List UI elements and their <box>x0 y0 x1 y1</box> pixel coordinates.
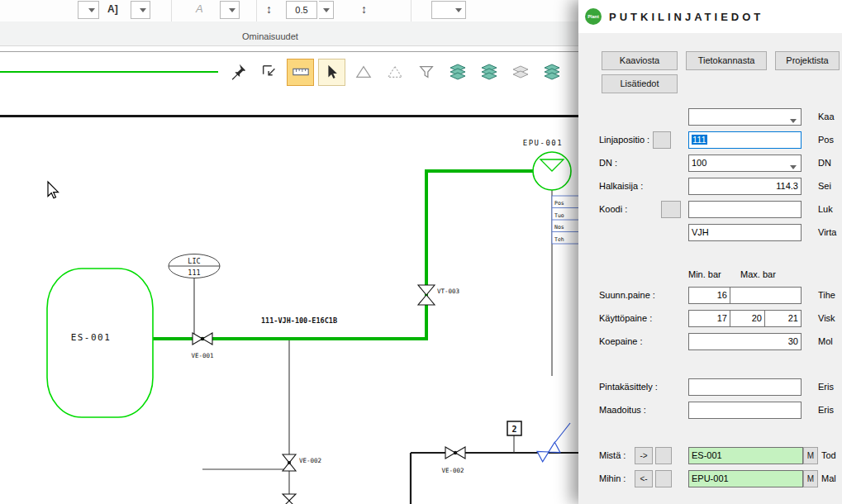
halkaisija-label: Halkaisija : <box>599 178 643 195</box>
right-label-mal: Mal <box>821 470 836 487</box>
right-label-eris2: Eris <box>818 402 834 419</box>
font-dropdown[interactable] <box>220 1 240 19</box>
valve-ve001-label: VE-001 <box>191 352 213 359</box>
pipe-main-green[interactable] <box>153 171 533 339</box>
pintakasittely-field[interactable] <box>688 378 802 396</box>
chevron-down-icon <box>790 165 797 173</box>
pump-info-row: Nos <box>554 224 564 231</box>
ribbon-separator <box>411 0 411 21</box>
mihin-picker-button[interactable] <box>655 470 672 487</box>
chevron-down-icon <box>229 8 235 16</box>
pipe-label: 111-VJH-100-E16C1B <box>261 316 337 325</box>
mihin-field[interactable]: EPU-001 <box>688 470 803 487</box>
dn-dropdown[interactable]: 100 <box>688 155 802 172</box>
spacing-dropdown[interactable] <box>319 1 334 19</box>
valve-bottom-partial[interactable] <box>283 494 296 504</box>
valve-ve002-left-label: VE-002 <box>299 457 321 464</box>
mouse-cursor <box>48 182 59 198</box>
linjatyyppi-dropdown[interactable] <box>688 108 802 126</box>
mista-model-button[interactable]: M <box>803 447 818 464</box>
vertical-spacing-icon[interactable]: ↕ <box>266 2 272 16</box>
offset-arrow-icon[interactable] <box>255 59 283 86</box>
instrument-tag: LIC <box>188 257 200 265</box>
valve-ve002-mid-label: VE-002 <box>441 467 464 474</box>
valve-vt003[interactable] <box>418 285 435 305</box>
halkaisija-field[interactable]: 114.3 <box>688 178 802 195</box>
valve-ve001[interactable] <box>193 333 212 345</box>
mihin-assign-button[interactable]: <- <box>635 470 653 487</box>
valve-ve002-left[interactable] <box>283 454 296 471</box>
suunn-paine-label: Suunn.paine : <box>599 287 655 304</box>
right-label-luk: Luk <box>818 201 833 218</box>
maadoitus-label: Maadoitus : <box>599 402 646 419</box>
tietokannasta-button[interactable]: Tietokannasta <box>686 51 767 70</box>
kayttopaine-label: Käyttöpaine : <box>599 310 652 327</box>
ruler-icon[interactable] <box>287 59 314 86</box>
right-label-virta: Virta <box>818 224 836 241</box>
mista-field[interactable]: ES-001 <box>688 447 803 464</box>
max-bar-header: Max. bar <box>740 269 776 279</box>
tunnus-field[interactable]: VJH <box>688 224 802 241</box>
valve-ve002-mid[interactable] <box>445 447 465 459</box>
linjapositio-picker-button[interactable] <box>653 131 671 149</box>
mista-picker-button[interactable] <box>655 447 672 464</box>
pin-icon[interactable] <box>224 59 251 86</box>
maadoitus-field[interactable] <box>688 402 802 419</box>
kayttopaine-field-3[interactable]: 21 <box>764 310 802 327</box>
chevron-down-icon <box>790 119 797 126</box>
kayttopaine-field-1[interactable]: 17 <box>688 310 730 327</box>
right-label-mol: Mol <box>818 333 833 350</box>
koodi-picker-button[interactable] <box>661 201 681 218</box>
linjapositio-field[interactable]: 111 <box>688 131 802 149</box>
pintakasittely-label: Pintakäsittely : <box>599 378 658 396</box>
mihin-label: Mihin : <box>599 470 626 487</box>
valve-blue-stem <box>555 423 570 442</box>
right-label-kaa: Kaa <box>818 108 835 126</box>
valve-blue[interactable] <box>537 442 560 462</box>
instrument-number: 111 <box>188 269 200 277</box>
koepaine-field[interactable]: 30 <box>688 333 802 350</box>
kayttopaine-field-2[interactable]: 20 <box>730 310 765 327</box>
kaaviosta-button[interactable]: Kaaviosta <box>602 51 678 70</box>
koodi-field[interactable] <box>688 201 802 218</box>
italic-a-icon[interactable]: A <box>196 2 203 15</box>
select-cursor-icon[interactable] <box>318 59 345 86</box>
right-label-eris1: Eris <box>818 378 834 396</box>
layers-green-icon[interactable] <box>444 59 471 86</box>
projektista-button[interactable]: Projektista <box>775 51 840 70</box>
putkilinjatiedot-dialog: Plant PUTKILINJATIEDOT Kaaviosta Tietoka… <box>578 0 842 504</box>
dialog-titlebar[interactable]: Plant PUTKILINJATIEDOT <box>578 0 842 33</box>
right-label-tod: Tod <box>821 447 836 464</box>
triangle-icon[interactable] <box>350 59 377 86</box>
pid-editor-window: A] A ↕ 0.5 ↕ Ominaisuudet <box>0 0 842 504</box>
layers-green-icon[interactable] <box>475 59 502 86</box>
junction-label: 2 <box>511 425 516 434</box>
empty-dropdown[interactable] <box>431 1 466 19</box>
valve-vt003-label: VT-003 <box>437 288 459 295</box>
suunn-paine-max-field[interactable] <box>730 287 802 304</box>
layers-green-icon[interactable] <box>538 59 565 86</box>
pump-epu001[interactable] <box>533 152 571 190</box>
right-label-dn: DN <box>818 155 831 172</box>
style-dropdown[interactable] <box>78 1 99 19</box>
chevron-down-icon <box>88 8 95 16</box>
layers-gray-icon[interactable] <box>507 59 534 86</box>
chevron-down-icon <box>323 8 330 16</box>
line-style-preview[interactable] <box>0 71 218 73</box>
text-style-dropdown[interactable] <box>131 1 150 19</box>
suunn-paine-min-field[interactable]: 16 <box>688 287 730 304</box>
mihin-model-button[interactable]: M <box>803 470 818 487</box>
pump-info-row: Pos <box>554 200 564 207</box>
lisatiedot-button[interactable]: Lisätiedot <box>602 74 678 93</box>
vessel-es001[interactable] <box>47 269 153 417</box>
vertical-spacing-icon[interactable]: ↕ <box>361 2 367 16</box>
spacing-value-field[interactable]: 0.5 <box>286 1 317 19</box>
right-label-sei: Sei <box>818 178 831 195</box>
mista-label: Mistä : <box>599 447 626 464</box>
triangle-dashed-icon[interactable] <box>381 59 408 86</box>
right-label-tihe: Tihe <box>818 287 835 304</box>
right-label-pos: Pos <box>818 131 834 149</box>
filter-funnel-icon[interactable] <box>412 59 440 86</box>
text-bracket-icon[interactable]: A] <box>107 3 118 15</box>
mista-assign-button[interactable]: -> <box>635 447 653 464</box>
